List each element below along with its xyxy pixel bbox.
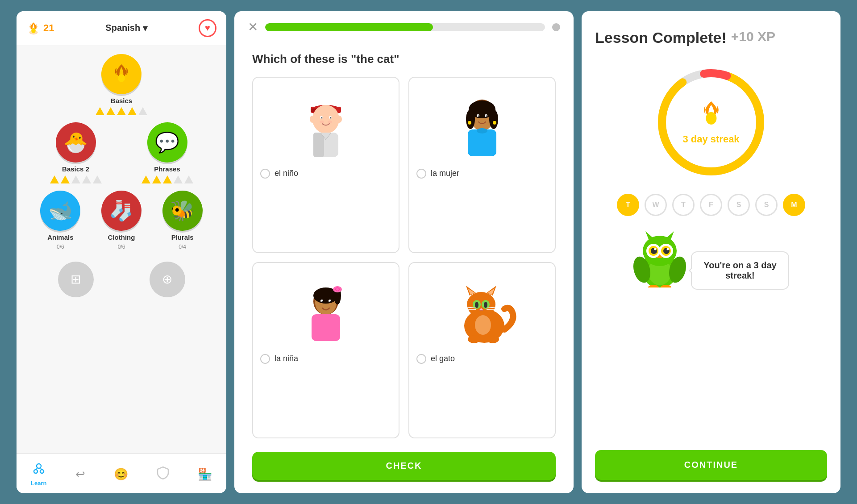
language-selector[interactable]: Spanish ▾: [105, 23, 147, 33]
basics-row: Basics: [30, 54, 213, 115]
la-nina-label: la niña: [275, 354, 298, 363]
svg-point-14: [321, 117, 323, 118]
woman-svg: [451, 87, 513, 163]
panel-quiz: ✕ Which of these is "the cat": [234, 11, 574, 493]
clothing-progress-label: 0/6: [118, 244, 125, 250]
close-button[interactable]: ✕: [248, 21, 258, 33]
quiz-options: el niño: [234, 72, 574, 443]
skill-circle-basics2[interactable]: 🐣: [56, 122, 96, 162]
svg-point-17: [328, 121, 332, 123]
svg-line-6: [36, 467, 37, 470]
bee-icon: 🐝: [170, 199, 195, 222]
check-button[interactable]: CHECK: [252, 452, 556, 480]
skill-item-plurals[interactable]: 🐝 Plurals 0/4: [162, 191, 203, 250]
complete-header-row: Lesson Complete! +10 XP: [595, 29, 775, 46]
flame-icon-basics: [110, 62, 133, 86]
la-mujer-radio-row: la mujer: [416, 169, 459, 179]
skill-item-phrases[interactable]: 💬 Phrases: [141, 122, 193, 183]
xp-badge: +10 XP: [731, 29, 775, 44]
el-nino-radio-row: el niño: [260, 169, 298, 179]
skill-item-basics[interactable]: Basics: [96, 54, 147, 115]
svg-point-1: [31, 28, 36, 33]
el-nino-image: [260, 85, 391, 165]
owl-svg: [633, 229, 686, 287]
skill-circle-animals[interactable]: 🐋: [40, 191, 80, 231]
streak-badge: 21: [26, 21, 54, 35]
svg-point-56: [484, 302, 487, 308]
nav-shop[interactable]: 🏪: [198, 467, 212, 481]
locked-row: ⊞ ⊕: [30, 262, 213, 297]
quiz-option-la-mujer[interactable]: la mujer: [408, 77, 556, 253]
streak-days-row: T W T F S S M: [617, 194, 805, 216]
continue-button[interactable]: CONTINUE: [595, 450, 827, 480]
day-T1: T: [617, 194, 639, 216]
nav-shield[interactable]: [157, 466, 169, 483]
basics2-phrases-row: 🐣 Basics 2 💬 Phrases: [30, 122, 213, 183]
quiz-option-el-gato[interactable]: el gato: [408, 262, 556, 438]
svg-point-11: [312, 105, 339, 133]
locked-skill-2: ⊕: [150, 262, 185, 297]
complete-title: Lesson Complete!: [595, 29, 727, 46]
heart-badge: ♥: [199, 19, 216, 37]
lock-icon-1: ⊞: [71, 272, 81, 287]
nav-stories[interactable]: ↩: [75, 467, 85, 481]
svg-point-82: [654, 248, 657, 250]
chick-icon: 🐣: [63, 131, 88, 154]
shield-svg: [157, 466, 169, 479]
boy-svg: [295, 87, 357, 163]
svg-point-48: [467, 292, 495, 317]
locked-circle-1: ⊞: [58, 262, 94, 297]
owl-figure: [633, 229, 686, 294]
stories-icon: ↩: [75, 467, 85, 481]
quiz-option-el-nino[interactable]: el niño: [252, 77, 399, 253]
el-gato-radio-row: el gato: [416, 354, 455, 364]
panels-container: 21 Spanish ▾ ♥: [17, 11, 840, 493]
cat-svg: [446, 272, 518, 348]
basics-progress: [96, 107, 147, 115]
nav-learn[interactable]: Learn: [31, 462, 46, 487]
learn-icon-svg: [32, 462, 46, 475]
whale-icon: 🐋: [48, 199, 73, 222]
svg-point-2: [118, 74, 125, 82]
la-nina-radio[interactable]: [260, 354, 270, 364]
svg-point-4: [34, 470, 37, 473]
svg-point-26: [489, 109, 498, 129]
nav-learn-label: Learn: [31, 480, 46, 487]
skill-circle-clothing[interactable]: 🧦: [101, 191, 141, 231]
svg-point-25: [466, 109, 475, 129]
svg-point-16: [320, 121, 324, 123]
day-S1: S: [728, 194, 750, 216]
skill-item-basics2[interactable]: 🐣 Basics 2: [50, 122, 102, 183]
skill-item-clothing[interactable]: 🧦 Clothing 0/6: [101, 191, 141, 250]
svg-point-32: [486, 115, 487, 117]
svg-point-19: [337, 116, 342, 123]
el-gato-image: [416, 270, 548, 350]
la-mujer-label: la mujer: [431, 169, 459, 178]
learn-header: 21 Spanish ▾ ♥: [17, 11, 226, 45]
svg-point-34: [477, 128, 487, 133]
svg-point-41: [336, 288, 339, 291]
la-mujer-image: [416, 85, 548, 165]
skill-circle-phrases[interactable]: 💬: [147, 122, 187, 162]
animals-row: 🐋 Animals 0/6 🧦 Clothing 0/6 🐝 P: [30, 191, 213, 250]
svg-rect-46: [312, 314, 340, 341]
clothing-label: Clothing: [108, 233, 135, 241]
svg-point-28: [493, 121, 496, 125]
flame-icon: [26, 21, 41, 35]
skill-item-animals[interactable]: 🐋 Animals 0/6: [40, 191, 80, 250]
streak-ring-inner: 3 day streak: [682, 100, 739, 145]
streak-count: 21: [43, 22, 54, 34]
animals-progress-label: 0/6: [57, 244, 64, 250]
skill-circle-basics[interactable]: [101, 54, 141, 94]
quiz-option-la-nina[interactable]: la niña: [252, 262, 399, 438]
el-nino-label: el niño: [275, 169, 298, 178]
skill-circle-plurals[interactable]: 🐝: [162, 191, 203, 231]
la-mujer-radio[interactable]: [416, 169, 426, 179]
day-S2: S: [755, 194, 778, 216]
el-nino-radio[interactable]: [260, 169, 270, 179]
svg-point-68: [706, 112, 716, 125]
learn-nav-icon: [32, 462, 46, 478]
nav-profile[interactable]: 😊: [114, 467, 128, 481]
svg-rect-21: [313, 133, 324, 157]
el-gato-radio[interactable]: [416, 354, 426, 364]
